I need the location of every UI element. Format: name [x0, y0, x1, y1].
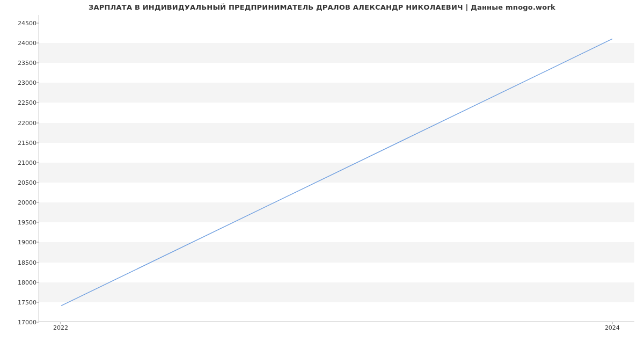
y-tick-label: 24500 [18, 19, 36, 26]
y-tick-label: 21500 [18, 139, 36, 146]
x-tick-mark [612, 322, 612, 324]
y-tick-mark [36, 322, 39, 323]
y-tick-mark [36, 262, 39, 263]
y-tick-label: 20500 [18, 179, 36, 186]
chart-title: ЗАРПЛАТА В ИНДИВИДУАЛЬНЫЙ ПРЕДПРИНИМАТЕЛ… [0, 3, 644, 11]
x-tick-label: 2022 [53, 324, 68, 331]
y-tick-mark [36, 83, 39, 83]
series-line [61, 39, 612, 306]
y-tick-label: 17000 [18, 319, 36, 326]
y-tick-label: 24000 [18, 40, 36, 47]
x-tick-label: 2024 [605, 324, 620, 331]
y-tick-mark [36, 142, 39, 143]
y-tick-label: 23500 [18, 60, 36, 67]
y-tick-mark [36, 43, 39, 43]
y-tick-label: 18500 [18, 259, 36, 266]
y-tick-mark [36, 63, 39, 63]
y-tick-mark [36, 282, 39, 282]
y-tick-label: 23000 [18, 79, 36, 86]
y-tick-label: 21000 [18, 159, 36, 166]
y-tick-mark [36, 202, 39, 203]
y-tick-mark [36, 162, 39, 163]
x-tick-mark [61, 322, 61, 324]
y-tick-label: 22500 [18, 99, 36, 106]
y-tick-label: 22000 [18, 119, 36, 126]
y-tick-mark [36, 23, 39, 23]
y-tick-mark [36, 302, 39, 302]
y-tick-label: 19500 [18, 219, 36, 226]
line-series [39, 15, 634, 322]
y-tick-label: 18000 [18, 279, 36, 286]
y-tick-mark [36, 103, 39, 103]
y-tick-mark [36, 242, 39, 243]
y-tick-mark [36, 122, 39, 123]
y-tick-mark [36, 222, 39, 223]
y-tick-label: 17500 [18, 299, 36, 306]
y-tick-label: 20000 [18, 199, 36, 206]
plot-area [39, 15, 634, 322]
y-tick-label: 19000 [18, 239, 36, 246]
chart-container: ЗАРПЛАТА В ИНДИВИДУАЛЬНЫЙ ПРЕДПРИНИМАТЕЛ… [0, 0, 644, 349]
y-tick-mark [36, 183, 39, 183]
